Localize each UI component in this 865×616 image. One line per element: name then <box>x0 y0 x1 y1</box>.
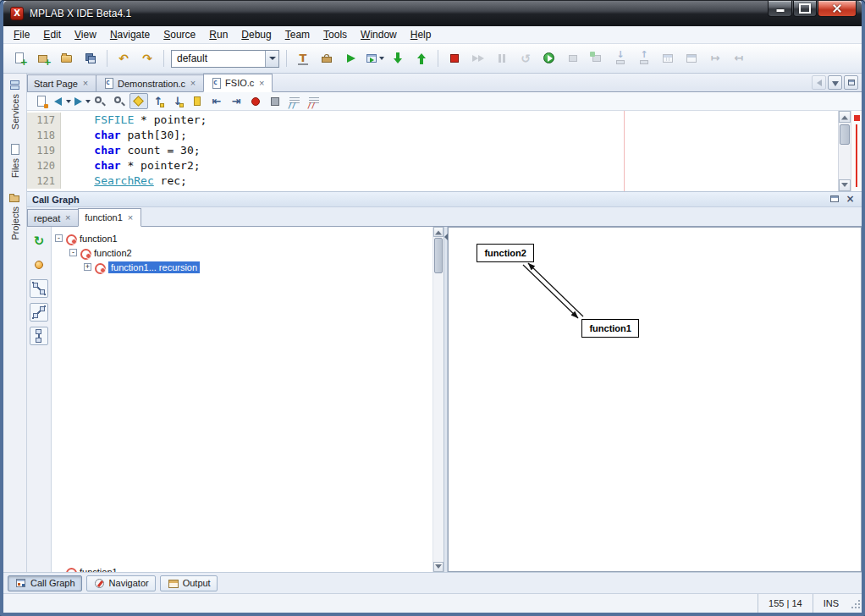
scroll-down-icon[interactable] <box>433 562 444 572</box>
callgraph-tree[interactable]: -function1-function2+function1... recurs… <box>52 227 444 572</box>
run-project-button[interactable] <box>339 47 361 69</box>
highlight-search-button[interactable] <box>129 93 148 109</box>
close-tab-icon[interactable] <box>189 79 197 88</box>
graph-node-function1[interactable]: function1 <box>581 319 639 338</box>
show-declaration-button[interactable] <box>30 256 48 274</box>
editor-scrollbar[interactable] <box>838 111 851 191</box>
line-number[interactable]: 118 <box>27 128 61 143</box>
line-number[interactable]: 117 <box>27 113 61 128</box>
dropdown-caret-icon[interactable] <box>379 57 384 60</box>
find-occurrence-button[interactable] <box>110 93 129 109</box>
code-line[interactable]: 121 SearchRec rec; <box>27 173 838 189</box>
resize-grip[interactable] <box>849 597 862 610</box>
sidebar-tab-services[interactable]: Services <box>8 79 21 129</box>
menu-navigate[interactable]: Navigate <box>103 27 157 42</box>
shift-right-button[interactable]: ⇥ <box>227 93 245 109</box>
program-target-button[interactable]: T <box>292 47 314 69</box>
last-edit-location-button[interactable] <box>32 93 51 109</box>
continue-button[interactable] <box>538 47 560 69</box>
titlebar[interactable]: MPLAB X IDE Beta4.1 <box>3 1 862 26</box>
redo-button[interactable]: ↷ <box>136 47 158 69</box>
forward-button[interactable] <box>71 93 90 109</box>
menu-help[interactable]: Help <box>404 27 438 42</box>
hold-in-reset-button[interactable] <box>444 47 466 69</box>
configuration-combobox[interactable]: default <box>171 50 279 68</box>
upload-memory-button[interactable] <box>633 47 655 69</box>
scrollbar-thumb[interactable] <box>434 238 443 273</box>
stop-macro-recording-button[interactable] <box>266 93 284 109</box>
callgraph-header[interactable]: Call Graph × <box>27 191 862 207</box>
find-selection-button[interactable] <box>91 93 109 109</box>
menu-file[interactable]: File <box>7 27 36 42</box>
close-tab-icon[interactable] <box>126 213 135 223</box>
error-stripe[interactable] <box>851 111 862 191</box>
jump-out-button[interactable]: ↤ <box>728 47 750 69</box>
line-number[interactable]: 120 <box>27 158 61 173</box>
start-macro-recording-button[interactable] <box>246 93 265 109</box>
make-and-program-device-button[interactable] <box>387 47 409 69</box>
menu-view[interactable]: View <box>68 27 103 42</box>
tree-item-function2[interactable]: -function2 <box>52 245 444 260</box>
scrollbar-thumb[interactable] <box>840 124 850 145</box>
code-line[interactable]: 119 char count = 30; <box>27 143 838 158</box>
tab-fsio-c[interactable]: FSIO.c <box>203 74 273 92</box>
previous-bookmark-button[interactable]: ↑ <box>149 93 168 109</box>
uncomment-button[interactable] <box>305 93 323 109</box>
who-is-called-layout-button[interactable] <box>30 303 48 322</box>
callgraph-tab-function1[interactable]: function1 <box>78 208 141 227</box>
graph-node-function2[interactable]: function2 <box>477 244 534 262</box>
tree-item-function1-recursion[interactable]: +function1... recursion <box>52 260 444 274</box>
menu-team[interactable]: Team <box>278 27 317 42</box>
scroll-documents-left-button[interactable] <box>812 75 826 90</box>
callgraph-tab-repeat[interactable]: repeat <box>27 209 79 226</box>
sidebar-tab-projects[interactable]: Projects <box>8 191 21 240</box>
output-dock-button[interactable]: Output <box>160 575 218 591</box>
next-bookmark-button[interactable]: ↓ <box>168 93 187 109</box>
collapse-icon[interactable]: - <box>55 234 63 242</box>
maximize-window-button[interactable] <box>844 75 858 90</box>
build-project-button[interactable] <box>316 47 338 69</box>
opened-documents-list-button[interactable] <box>828 75 842 90</box>
menu-debug[interactable]: Debug <box>234 27 278 42</box>
error-mark[interactable] <box>854 115 860 121</box>
menu-tools[interactable]: Tools <box>317 27 354 42</box>
reset-button[interactable]: ↺ <box>515 47 537 69</box>
scroll-up-icon[interactable] <box>839 111 851 123</box>
tree-layout-button[interactable] <box>30 327 48 345</box>
back-button[interactable] <box>52 93 70 109</box>
tree-scrollbar[interactable] <box>432 227 444 572</box>
code-area[interactable]: 117 FSFILE * pointer;118 char path[30];1… <box>27 111 838 191</box>
scroll-up-icon[interactable] <box>433 227 444 237</box>
chip-button[interactable] <box>562 47 584 69</box>
tree-item-function1[interactable]: -function1 <box>52 231 444 245</box>
tab-start-page[interactable]: Start Page <box>27 74 96 91</box>
menu-source[interactable]: Source <box>157 27 202 42</box>
pause-button[interactable] <box>491 47 513 69</box>
line-number[interactable]: 119 <box>27 143 61 158</box>
menu-window[interactable]: Window <box>354 27 404 42</box>
close-panel-button[interactable]: × <box>844 193 857 206</box>
undo-button[interactable]: ↶ <box>113 47 135 69</box>
properties-window-button[interactable] <box>680 47 702 69</box>
new-project-button[interactable] <box>32 47 54 69</box>
tab-demonstration-c[interactable]: Demonstration.c <box>96 74 204 91</box>
float-window-button[interactable] <box>829 193 841 206</box>
shift-left-button[interactable]: ⇤ <box>207 93 226 109</box>
memory-view-button[interactable] <box>657 47 679 69</box>
who-calls-layout-button[interactable] <box>30 279 48 298</box>
menu-edit[interactable]: Edit <box>36 27 68 42</box>
close-tab-icon[interactable] <box>81 79 90 88</box>
navigator-dock-button[interactable]: Navigator <box>86 575 156 591</box>
scroll-down-icon[interactable] <box>839 179 851 191</box>
line-number[interactable]: 121 <box>27 173 61 189</box>
call-graph-dock-button[interactable]: Call Graph <box>8 575 82 591</box>
collapse-icon[interactable]: - <box>69 249 77 256</box>
close-button[interactable] <box>818 1 857 17</box>
maximize-button[interactable] <box>793 1 817 17</box>
close-tab-icon[interactable] <box>63 213 72 223</box>
sidebar-tab-files[interactable]: Files <box>8 143 21 178</box>
combo-dropdown-icon[interactable] <box>265 51 278 67</box>
code-line[interactable]: 118 char path[30]; <box>27 128 838 143</box>
expand-icon[interactable]: + <box>84 263 91 271</box>
dropdown-caret-icon[interactable] <box>85 100 91 103</box>
